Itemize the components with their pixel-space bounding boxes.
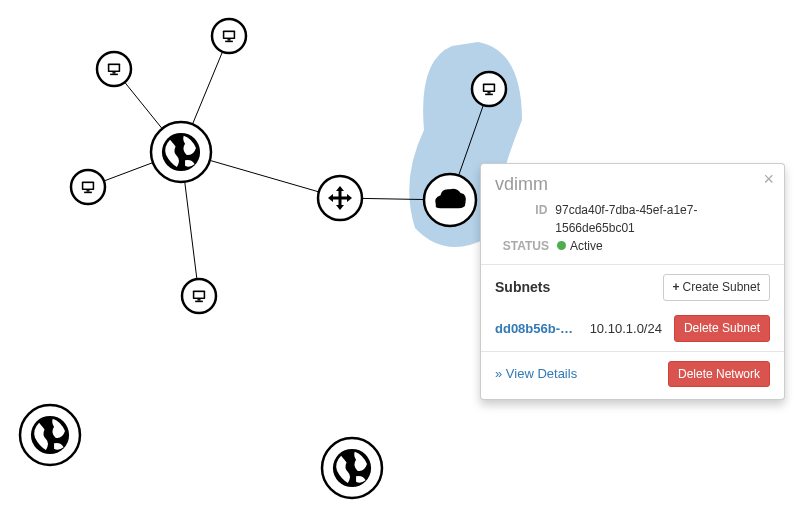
subnet-cidr: 10.10.1.0/24: [590, 321, 662, 336]
id-label: ID: [495, 201, 547, 237]
node-globe_iso_right[interactable]: [322, 438, 382, 498]
node-host_small_bottom[interactable]: [182, 279, 216, 313]
globe-icon: [333, 449, 371, 487]
network-details-panel: × vdimm ID 97cda40f-7dba-45ef-a1e7-1566d…: [480, 163, 785, 400]
panel-title: vdimm: [495, 174, 770, 195]
id-value: 97cda40f-7dba-45ef-a1e7-1566de65bc01: [555, 201, 770, 237]
status-label: STATUS: [495, 237, 549, 255]
plus-icon: +: [673, 280, 680, 294]
status-dot-icon: [557, 241, 566, 250]
globe-icon: [162, 133, 200, 171]
node-host_cloud_top[interactable]: [472, 72, 506, 106]
status-value: Active: [557, 237, 603, 255]
subnets-heading: Subnets: [495, 279, 550, 295]
node-cloud[interactable]: [424, 174, 476, 226]
delete-network-button[interactable]: Delete Network: [668, 361, 770, 388]
subnet-row: dd08b56b-53… 10.10.1.0/24 Delete Subnet: [495, 315, 770, 342]
node-host_small_left[interactable]: [71, 170, 105, 204]
node-host_small_top_l[interactable]: [97, 52, 131, 86]
close-icon[interactable]: ×: [763, 170, 774, 188]
node-move_handle[interactable]: [318, 176, 362, 220]
divider: [481, 264, 784, 265]
node-hub_globe[interactable]: [151, 122, 211, 182]
divider: [481, 351, 784, 352]
create-subnet-button[interactable]: +Create Subnet: [663, 274, 770, 301]
globe-icon: [31, 416, 69, 454]
delete-subnet-button[interactable]: Delete Subnet: [674, 315, 770, 342]
node-host_small_top_r[interactable]: [212, 19, 246, 53]
view-details-link[interactable]: » View Details: [495, 366, 577, 381]
meta-id-row: ID 97cda40f-7dba-45ef-a1e7-1566de65bc01: [495, 201, 770, 237]
meta-status-row: STATUS Active: [495, 237, 770, 255]
subnet-link[interactable]: dd08b56b-53…: [495, 321, 578, 336]
node-globe_iso_left[interactable]: [20, 405, 80, 465]
